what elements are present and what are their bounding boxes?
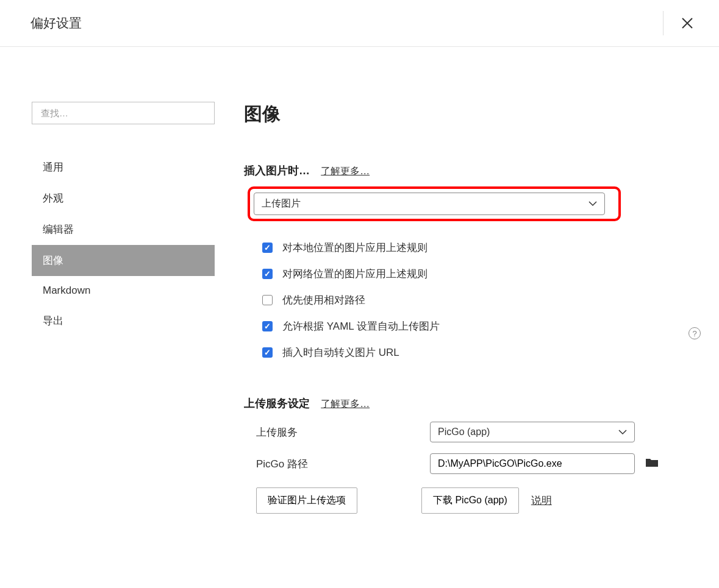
chevron-down-icon xyxy=(588,201,597,207)
checkbox-row-escape: 插入时自动转义图片 URL xyxy=(244,339,695,366)
sidebar-item-export[interactable]: 导出 xyxy=(32,305,215,336)
insert-action-value: 上传图片 xyxy=(262,197,301,210)
search-input[interactable] xyxy=(32,102,215,124)
section-insert-header: 插入图片时… 了解更多… xyxy=(244,163,695,178)
help-icon[interactable]: ? xyxy=(689,327,701,339)
sidebar-item-appearance[interactable]: 外观 xyxy=(32,183,215,214)
upload-service-select[interactable]: PicGo (app) xyxy=(430,422,635,442)
checkbox-network[interactable] xyxy=(262,269,273,279)
close-icon xyxy=(682,18,693,29)
main-panel: 图像 插入图片时… 了解更多… 上传图片 对本地位置的图片应用上述规则 对网络位… xyxy=(216,102,719,514)
checkbox-escape[interactable] xyxy=(262,347,273,358)
section-insert-title: 插入图片时… xyxy=(244,163,310,178)
info-link[interactable]: 说明 xyxy=(531,494,552,508)
sidebar-item-image[interactable]: 图像 xyxy=(32,245,215,276)
chevron-down-icon xyxy=(618,430,627,435)
checkbox-relative[interactable] xyxy=(262,295,273,305)
checkbox-local[interactable] xyxy=(262,243,273,253)
checkbox-label-network: 对网络位置的图片应用上述规则 xyxy=(282,267,427,281)
checkbox-row-network: 对网络位置的图片应用上述规则 xyxy=(244,261,695,287)
checkbox-yaml[interactable] xyxy=(262,321,273,331)
page-header-title: 偏好设置 xyxy=(30,15,82,32)
sidebar-item-editor[interactable]: 编辑器 xyxy=(32,214,215,245)
picgo-path-input[interactable] xyxy=(430,453,635,474)
checkbox-label-escape: 插入时自动转义图片 URL xyxy=(282,345,399,360)
insert-action-highlight: 上传图片 xyxy=(248,186,621,221)
upload-service-value: PicGo (app) xyxy=(438,427,490,437)
section-upload-header: 上传服务设定 了解更多… xyxy=(244,396,695,411)
checkbox-label-local: 对本地位置的图片应用上述规则 xyxy=(282,241,427,255)
checkbox-row-relative: 优先使用相对路径 xyxy=(244,287,695,313)
button-row: 验证图片上传选项 下载 PicGo (app) 说明 xyxy=(244,487,695,514)
checkbox-label-relative: 优先使用相对路径 xyxy=(282,293,365,307)
checkbox-row-yaml: 允许根据 YAML 设置自动上传图片 xyxy=(244,313,695,339)
page-title: 图像 xyxy=(244,102,695,127)
picgo-path-row: PicGo 路径 xyxy=(244,453,695,474)
picgo-path-label: PicGo 路径 xyxy=(256,457,430,471)
section-upload-title: 上传服务设定 xyxy=(244,396,310,411)
checkbox-label-yaml: 允许根据 YAML 设置自动上传图片 xyxy=(282,319,440,333)
folder-icon[interactable] xyxy=(646,458,658,470)
learn-more-link-1[interactable]: 了解更多… xyxy=(321,166,370,176)
header: 偏好设置 xyxy=(0,0,719,47)
checkbox-row-local: 对本地位置的图片应用上述规则 xyxy=(244,235,695,261)
sidebar-item-markdown[interactable]: Markdown xyxy=(32,276,215,305)
verify-upload-button[interactable]: 验证图片上传选项 xyxy=(256,487,357,514)
close-button[interactable] xyxy=(663,11,698,35)
learn-more-link-2[interactable]: 了解更多… xyxy=(321,398,370,409)
upload-service-label: 上传服务 xyxy=(256,425,430,439)
download-picgo-button[interactable]: 下载 PicGo (app) xyxy=(421,487,519,514)
sidebar-item-general[interactable]: 通用 xyxy=(32,152,215,183)
sidebar: 通用 外观 编辑器 图像 Markdown 导出 xyxy=(0,102,216,514)
insert-action-select[interactable]: 上传图片 xyxy=(254,193,605,215)
upload-service-row: 上传服务 PicGo (app) xyxy=(244,422,695,442)
